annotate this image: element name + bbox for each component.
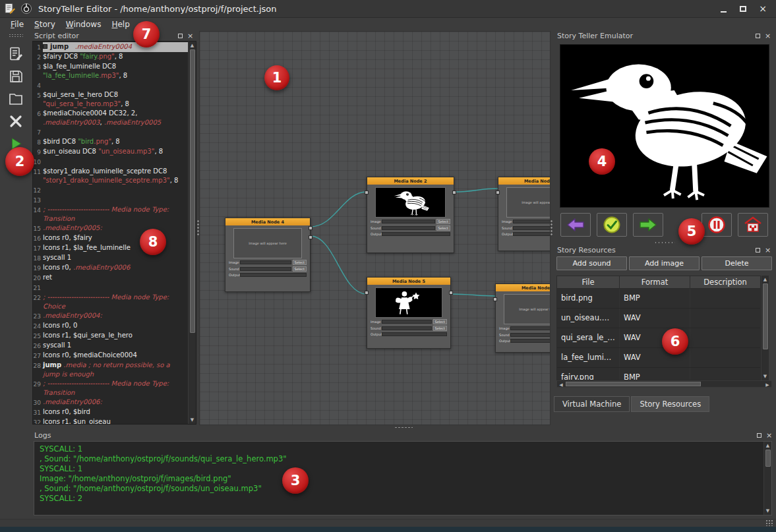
output-port[interactable] <box>309 235 313 239</box>
input-port[interactable] <box>365 191 369 194</box>
menu-help[interactable]: Help <box>106 19 134 30</box>
code-line[interactable]: 23.mediaEntry0004: <box>33 311 188 321</box>
ok-button[interactable] <box>597 213 627 237</box>
code-line[interactable]: 7 <box>33 127 188 137</box>
select-button[interactable]: Select <box>436 219 450 224</box>
code-line[interactable]: 10 <box>33 157 188 167</box>
code-line[interactable]: 11$story1_drako_luminelle_sceptre DC8 "s… <box>33 167 188 185</box>
code-line[interactable]: 30.mediaEntry0006: <box>33 398 188 407</box>
code-line[interactable]: 1jump .mediaEntry0004 <box>33 42 188 52</box>
add-sound-button[interactable]: Add sound <box>556 256 627 270</box>
toolbar-drag-handle[interactable] <box>9 34 23 38</box>
float-panel-button[interactable] <box>177 32 184 40</box>
scroll-up-icon[interactable]: ▲ <box>189 42 196 49</box>
pause-button[interactable] <box>701 213 732 237</box>
menu-windows[interactable]: Windows <box>61 19 107 30</box>
code-line[interactable]: 5$qui_sera_le_hero DC8 "qui_sera_le_hero… <box>33 90 188 109</box>
table-row[interactable]: la_fee_luminelle.mp3WAV <box>557 348 760 368</box>
select-button[interactable]: Select <box>436 225 450 231</box>
select-button[interactable]: Select <box>293 266 307 272</box>
output-port[interactable] <box>309 226 313 230</box>
code-line[interactable]: 20ret <box>33 273 188 283</box>
table-row[interactable]: un_oiseau.mp3WAV <box>557 309 760 328</box>
scroll-left-icon[interactable]: ◀ <box>557 381 565 389</box>
code-line[interactable]: 4 <box>33 80 188 90</box>
code-line[interactable]: 32lcons r1, $un_oiseau <box>33 417 188 424</box>
open-button[interactable] <box>5 89 26 109</box>
code-line[interactable]: 26syscall 1 <box>33 341 188 351</box>
table-scrollbar[interactable]: ▲ ▼ <box>761 276 769 380</box>
media-node[interactable]: Media Node 5ImageSelectSoundSelectOutput <box>367 277 451 349</box>
scroll-thumb[interactable] <box>190 49 195 333</box>
code-area[interactable]: 1jump .mediaEntry00042$fairy DC8 "fairy.… <box>33 42 188 424</box>
scroll-down-icon[interactable]: ▼ <box>761 372 769 380</box>
code-line[interactable]: 24lcons r0, 0 <box>33 321 188 331</box>
script-scrollbar[interactable]: ▲ ▼ <box>188 42 196 424</box>
code-line[interactable]: 31lcons r0, $bird <box>33 407 188 417</box>
table-hscrollbar[interactable]: ◀ ▶ <box>556 380 772 388</box>
float-panel-button[interactable] <box>754 32 761 40</box>
scroll-down-icon[interactable]: ▼ <box>189 416 196 424</box>
splitter-canvas-dock[interactable] <box>551 31 552 425</box>
close-panel-button[interactable]: × <box>187 32 194 40</box>
save-button[interactable] <box>5 67 26 86</box>
logs-output[interactable]: SYSCALL: 1, Sound: "/home/anthony/ostpro… <box>34 441 772 516</box>
next-button[interactable] <box>633 213 663 237</box>
input-port[interactable] <box>365 291 369 295</box>
scroll-up-icon[interactable]: ▲ <box>761 276 769 283</box>
scroll-down-icon[interactable]: ▼ <box>764 507 772 515</box>
tools-button[interactable] <box>5 111 26 131</box>
float-panel-button[interactable] <box>754 247 761 254</box>
column-header-file[interactable]: File <box>557 276 620 288</box>
code-line[interactable]: 9$un_oiseau DC8 "un_oiseau.mp3", 8 <box>33 147 188 157</box>
output-port[interactable] <box>452 191 456 194</box>
code-line[interactable]: 18syscall 1 <box>33 253 188 263</box>
table-row[interactable]: fairy.pngBMP <box>557 368 760 380</box>
select-button[interactable]: Select <box>293 260 307 265</box>
media-node[interactable]: Media Node 2ImageSelectSoundSelectOutput <box>367 177 454 253</box>
scroll-right-icon[interactable]: ▶ <box>763 381 771 389</box>
code-line[interactable]: 27lcons r0, $mediaChoice0004 <box>33 351 188 361</box>
code-line[interactable]: 15.mediaEntry0005: <box>33 223 188 233</box>
code-line[interactable]: 8$bird DC8 "bird.png", 8 <box>33 137 188 147</box>
menu-file[interactable]: File <box>5 19 29 30</box>
tab-virtual-machine[interactable]: Virtual Machine <box>554 396 630 412</box>
menu-story[interactable]: Story <box>29 19 61 30</box>
code-line[interactable]: 16lcons r0, $fairy <box>33 233 188 243</box>
close-button[interactable]: × <box>753 2 773 16</box>
previous-button[interactable] <box>560 213 591 237</box>
code-line[interactable]: 22; -------------------------- Media nod… <box>33 293 188 311</box>
code-line[interactable]: 6$mediaChoice0004 DC32, 2, .mediaEntry00… <box>33 109 188 127</box>
add-image-button[interactable]: Add image <box>629 256 700 270</box>
code-line[interactable]: 17lcons r1, $la_fee_luminelle <box>33 243 188 253</box>
new-script-button[interactable] <box>5 44 26 64</box>
maximize-button[interactable] <box>733 2 753 16</box>
code-line[interactable]: 19lcons r0, .mediaEntry0006 <box>33 263 188 273</box>
node-canvas[interactable]: Media Node 4Image will appear hereImageS… <box>199 31 551 425</box>
close-panel-button[interactable]: × <box>765 432 773 439</box>
code-line[interactable]: 2$fairy DC8 "fairy.png", 8 <box>33 52 188 62</box>
close-panel-button[interactable]: × <box>764 32 771 40</box>
column-header-description[interactable]: Description <box>690 276 760 288</box>
close-panel-button[interactable]: × <box>764 247 771 254</box>
code-line[interactable]: 21 <box>33 283 188 293</box>
resize-grip[interactable] <box>765 519 774 526</box>
script-editor[interactable]: 1jump .mediaEntry00042$fairy DC8 "fairy.… <box>32 41 196 425</box>
tab-story-resources[interactable]: Story Resources <box>631 396 709 412</box>
splitter-logs[interactable] <box>31 425 776 430</box>
home-button[interactable] <box>738 213 768 237</box>
code-line[interactable]: 25lcons r1, $qui_sera_le_hero <box>33 331 188 341</box>
media-node[interactable]: Media Node 4Image will appear hereImageS… <box>225 218 311 292</box>
scroll-up-icon[interactable]: ▲ <box>764 442 772 450</box>
splitter-emulator-resources[interactable] <box>554 239 775 245</box>
column-header-format[interactable]: Format <box>620 276 690 288</box>
select-button[interactable]: Select <box>433 326 447 331</box>
code-line[interactable]: 13 <box>33 195 188 205</box>
code-line[interactable]: 12 <box>33 185 188 195</box>
code-line[interactable]: 14; -------------------------- Media nod… <box>33 205 188 223</box>
code-line[interactable]: 29; -------------------------- Media nod… <box>33 379 188 398</box>
scroll-thumb[interactable] <box>566 382 701 386</box>
run-button[interactable] <box>5 134 26 154</box>
code-line[interactable]: 28jump .media ; no return possible, so a… <box>33 361 188 379</box>
output-port[interactable] <box>449 291 453 295</box>
